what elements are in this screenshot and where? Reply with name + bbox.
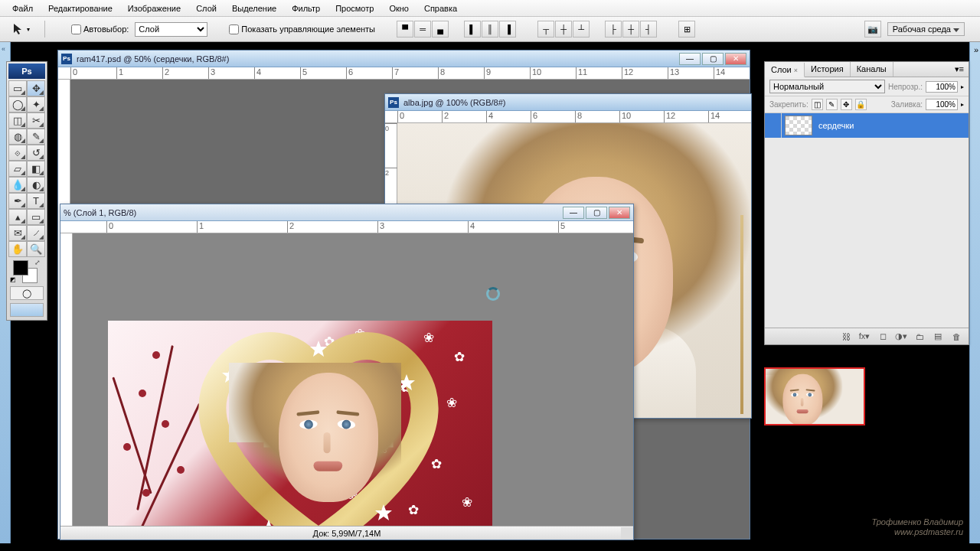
right-dock-stripe[interactable]: » [969, 42, 980, 543]
layer-row[interactable]: сердечки [765, 113, 969, 138]
collapse-icon[interactable]: « [2, 45, 5, 53]
go-to-bridge-icon[interactable]: 📷 [864, 21, 881, 37]
vertical-ruler [60, 233, 73, 540]
workspace-switcher[interactable]: Рабочая среда [887, 22, 965, 36]
maximize-button[interactable]: ▢ [702, 53, 724, 65]
delete-layer-icon[interactable]: 🗑 [950, 331, 962, 342]
menu-select[interactable]: Выделение [224, 2, 284, 15]
document-title: % (Слой 1, RGB/8) [64, 208, 563, 217]
move-tool-icon[interactable]: ✥ [27, 80, 45, 96]
fill-input[interactable]: 100% [926, 99, 958, 110]
path-selection-tool-icon[interactable]: ▴ [8, 209, 27, 225]
horizontal-ruler: 01234567891011121314 [58, 67, 750, 80]
autoselect-checkbox[interactable]: Автовыбор: [71, 24, 129, 34]
minimize-button[interactable]: — [679, 53, 701, 65]
group-icon[interactable]: 🗀 [913, 331, 926, 342]
minimize-button[interactable]: — [563, 207, 584, 219]
tab-channels[interactable]: Каналы [851, 62, 893, 77]
lock-pixels-icon[interactable]: ✎ [826, 99, 838, 110]
distribute-right-icon[interactable]: ┤ [640, 21, 657, 37]
slice-tool-icon[interactable]: ✂ [27, 112, 45, 129]
brush-tool-icon[interactable]: ✎ [27, 129, 45, 145]
menu-layer[interactable]: Слой [188, 2, 224, 15]
marquee-tool-icon[interactable]: ▭ [8, 80, 27, 96]
history-brush-tool-icon[interactable]: ↺ [27, 145, 45, 161]
menu-filter[interactable]: Фильтр [284, 2, 328, 15]
document-window-layer1: % (Слой 1, RGB/8) — ▢ ✕ 012345 ✿❀ [60, 204, 634, 540]
shape-tool-icon[interactable]: ▭ [27, 209, 45, 225]
maximize-button[interactable]: ▢ [586, 207, 607, 219]
zoom-tool-icon[interactable]: 🔍 [27, 241, 45, 257]
distribute-bottom-icon[interactable]: ┴ [573, 21, 590, 37]
blur-tool-icon[interactable]: 💧 [8, 177, 27, 193]
eraser-tool-icon[interactable]: ▱ [8, 161, 27, 177]
align-hcenter-icon[interactable]: ║ [482, 21, 498, 37]
close-icon[interactable]: × [794, 67, 798, 74]
tab-layers[interactable]: Слои× [765, 63, 805, 77]
notes-tool-icon[interactable]: ✉ [8, 225, 27, 241]
color-swatches[interactable]: ⤢ ◩ [8, 257, 45, 285]
layer-name[interactable]: сердечки [815, 121, 854, 130]
menu-view[interactable]: Просмотр [328, 2, 381, 15]
hand-tool-icon[interactable]: ✋ [8, 241, 27, 257]
default-colors-icon[interactable]: ◩ [10, 276, 16, 283]
crop-tool-icon[interactable]: ◫ [8, 112, 27, 129]
menu-window[interactable]: Окно [381, 2, 416, 15]
distribute-top-icon[interactable]: ┬ [537, 21, 554, 37]
link-layers-icon[interactable]: ⛓ [840, 331, 852, 342]
auto-align-icon[interactable]: ⊞ [678, 21, 695, 37]
lock-position-icon[interactable]: ✥ [841, 99, 852, 110]
close-button[interactable]: ✕ [609, 207, 630, 219]
type-tool-icon[interactable]: T [27, 193, 45, 209]
autoselect-target-select[interactable]: Слой [135, 22, 207, 37]
photoshop-logo-icon: Ps [8, 64, 45, 79]
eyedropper-tool-icon[interactable]: ⟋ [27, 225, 45, 241]
menu-file[interactable]: Файл [5, 2, 41, 15]
show-transform-controls-checkbox[interactable]: Показать управляющие элементы [229, 24, 375, 34]
menu-help[interactable]: Справка [416, 2, 465, 15]
magic-wand-tool-icon[interactable]: ✦ [27, 96, 45, 112]
align-vcenter-icon[interactable]: ═ [414, 21, 431, 37]
panel-menu-icon[interactable]: ▾≡ [950, 62, 969, 77]
layer-thumbnail[interactable] [785, 116, 812, 135]
lock-transparency-icon[interactable]: ◫ [812, 99, 823, 110]
adjustment-layer-icon[interactable]: ◑▾ [895, 331, 907, 342]
visibility-toggle-icon[interactable] [765, 113, 782, 138]
document-title: ram417.psd @ 50% (сердечки, RGB/8#) [77, 54, 679, 64]
healing-brush-tool-icon[interactable]: ◍ [8, 129, 27, 145]
active-tool-icon[interactable]: ▾ [11, 21, 31, 37]
show-controls-label: Показать управляющие элементы [241, 24, 375, 34]
distribute-left-icon[interactable]: ├ [605, 21, 622, 37]
distribute-hcenter-icon[interactable]: ┼ [622, 21, 639, 37]
layer-style-icon[interactable]: fx▾ [858, 331, 871, 342]
dodge-tool-icon[interactable]: ◐ [27, 177, 45, 193]
screen-mode-icon[interactable] [10, 303, 44, 317]
tab-history[interactable]: История [805, 62, 851, 77]
new-layer-icon[interactable]: ▤ [932, 331, 944, 342]
clone-stamp-tool-icon[interactable]: ⟐ [8, 145, 27, 161]
align-left-icon[interactable]: ▌ [464, 21, 481, 37]
align-bottom-icon[interactable]: ▄ [432, 21, 449, 37]
gradient-tool-icon[interactable]: ◧ [27, 161, 45, 177]
layers-list[interactable]: сердечки [765, 113, 969, 328]
lock-all-icon[interactable]: 🔒 [855, 99, 867, 110]
navigator-thumbnail[interactable] [764, 367, 865, 425]
opacity-label: Непрозр.: [888, 83, 923, 91]
distribute-vcenter-icon[interactable]: ┼ [555, 21, 572, 37]
quickmask-icon[interactable]: ◯ [10, 286, 44, 300]
lasso-tool-icon[interactable]: ◯ [8, 96, 27, 112]
swap-colors-icon[interactable]: ⤢ [34, 259, 41, 266]
pen-tool-icon[interactable]: ✒ [8, 193, 27, 209]
collapse-icon[interactable]: » [974, 45, 978, 54]
menu-edit[interactable]: Редактирование [41, 2, 120, 15]
layer-mask-icon[interactable]: ◻ [877, 331, 889, 342]
blend-mode-select[interactable]: Нормальный [769, 80, 885, 93]
menu-image[interactable]: Изображение [120, 2, 188, 15]
foreground-color-swatch[interactable] [13, 260, 28, 276]
align-right-icon[interactable]: ▐ [499, 21, 516, 37]
opacity-input[interactable]: 100% [926, 81, 958, 93]
document-size-text: Док: 5,99M/7,14M [313, 529, 381, 538]
document-canvas[interactable]: ✿❀✿❀✿ ❀✿❀ ✿❀✿ ❀✿❀ ✿❀ [73, 233, 633, 540]
close-button[interactable]: ✕ [725, 53, 746, 65]
align-top-icon[interactable]: ▀ [397, 21, 413, 37]
